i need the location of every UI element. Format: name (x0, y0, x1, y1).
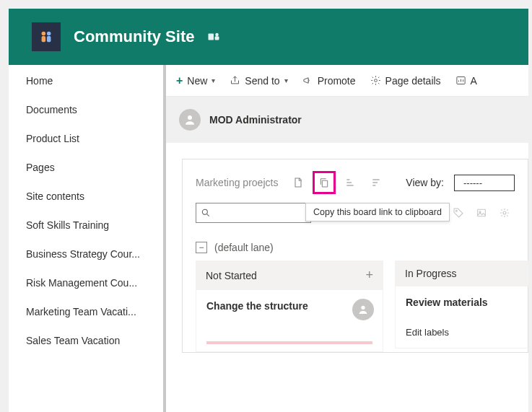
board-search-input[interactable] (215, 208, 306, 219)
analytics-button[interactable]: A (455, 75, 477, 87)
view-by-label: View by: (406, 177, 444, 188)
svg-point-17 (503, 211, 506, 214)
svg-rect-15 (478, 209, 486, 216)
teams-icon (207, 30, 220, 43)
svg-point-1 (47, 32, 51, 36)
svg-rect-2 (42, 36, 46, 42)
board-search[interactable] (196, 203, 311, 223)
svg-point-11 (202, 209, 207, 214)
sort-asc-icon[interactable] (340, 172, 360, 193)
card-title: Review materials (406, 297, 528, 308)
promote-button[interactable]: Promote (302, 75, 356, 87)
nav-marketing-vacation[interactable]: Marketing Team Vacati... (9, 297, 163, 326)
column-title: In Progress (405, 268, 457, 279)
tag-icon[interactable] (453, 207, 464, 219)
column-title: Not Started (206, 270, 257, 281)
svg-point-0 (42, 32, 46, 36)
nav-soft-skills[interactable]: Soft Skills Training (9, 211, 163, 240)
search-icon (201, 208, 211, 218)
nav-sales-vacation[interactable]: Sales Team Vacation (9, 326, 163, 355)
card[interactable]: Change the structure (196, 290, 383, 352)
svg-point-18 (361, 306, 365, 310)
svg-rect-6 (215, 36, 219, 40)
command-bar: + New ▾ Send to ▾ Promote Page details (166, 65, 528, 97)
send-to-label: Send to (245, 75, 279, 87)
megaphone-icon (302, 75, 313, 86)
svg-point-7 (374, 79, 377, 82)
svg-point-9 (188, 115, 192, 120)
lane-label: (default lane) (214, 242, 274, 253)
view-by-select[interactable]: ------ (454, 175, 515, 191)
sort-desc-icon[interactable] (366, 172, 386, 193)
nav-site-contents[interactable]: Site contents (9, 182, 163, 211)
author-name: MOD Administrator (209, 114, 302, 126)
new-label: New (187, 75, 207, 87)
chevron-down-icon: ▾ (212, 76, 215, 84)
left-nav: Home Documents Product List Pages Site c… (9, 65, 166, 412)
add-card-button[interactable]: + (365, 268, 373, 283)
rename-icon[interactable] (288, 172, 308, 193)
column-in-progress: In Progress Review materials Edit labels (395, 260, 528, 352)
nav-product-list[interactable]: Product List (9, 124, 163, 153)
site-header: Community Site (9, 9, 528, 65)
author-avatar (179, 109, 201, 131)
analytics-label: A (471, 75, 477, 87)
svg-rect-4 (209, 34, 214, 40)
nav-risk-management[interactable]: Risk Management Cou... (9, 268, 163, 297)
svg-rect-10 (323, 180, 328, 187)
card-assignee-avatar (352, 299, 374, 320)
board-name: Marketing proejcts (196, 177, 278, 188)
image-icon[interactable] (476, 207, 487, 219)
promote-label: Promote (318, 75, 356, 87)
lane-collapse-toggle[interactable]: − (196, 242, 207, 253)
author-strip: MOD Administrator (166, 97, 528, 143)
svg-point-5 (216, 33, 219, 37)
lane-header: − (default lane) (196, 242, 515, 253)
nav-pages[interactable]: Pages (9, 153, 163, 182)
copy-link-icon[interactable] (314, 172, 334, 193)
card-edit-labels-link[interactable]: Edit labels (406, 327, 528, 338)
svg-rect-3 (47, 36, 51, 42)
nav-business-strategy[interactable]: Business Strategy Cour... (9, 240, 163, 268)
settings-icon[interactable] (499, 207, 510, 219)
chevron-down-icon: ▾ (284, 76, 288, 84)
new-button[interactable]: + New ▾ (176, 74, 215, 87)
card-title: Change the structure (206, 300, 372, 312)
nav-home[interactable]: Home (9, 66, 163, 95)
gear-icon (370, 75, 381, 86)
site-title: Community Site (74, 27, 194, 46)
svg-point-14 (455, 210, 457, 211)
copy-link-tooltip: Copy this board link to clipboard (305, 203, 450, 222)
column-not-started: Not Started + Change the structure (196, 260, 383, 352)
share-icon (230, 75, 240, 86)
nav-documents[interactable]: Documents (9, 95, 163, 124)
card[interactable]: Review materials Edit labels (395, 286, 528, 349)
card-progress-bar (206, 341, 372, 344)
plus-icon: + (176, 74, 183, 87)
page-details-button[interactable]: Page details (370, 75, 441, 87)
board-panel: Marketing proejcts (182, 159, 528, 353)
site-logo (32, 22, 61, 51)
analytics-icon (455, 75, 466, 86)
send-to-button[interactable]: Send to ▾ (230, 75, 287, 87)
page-details-label: Page details (385, 75, 441, 87)
